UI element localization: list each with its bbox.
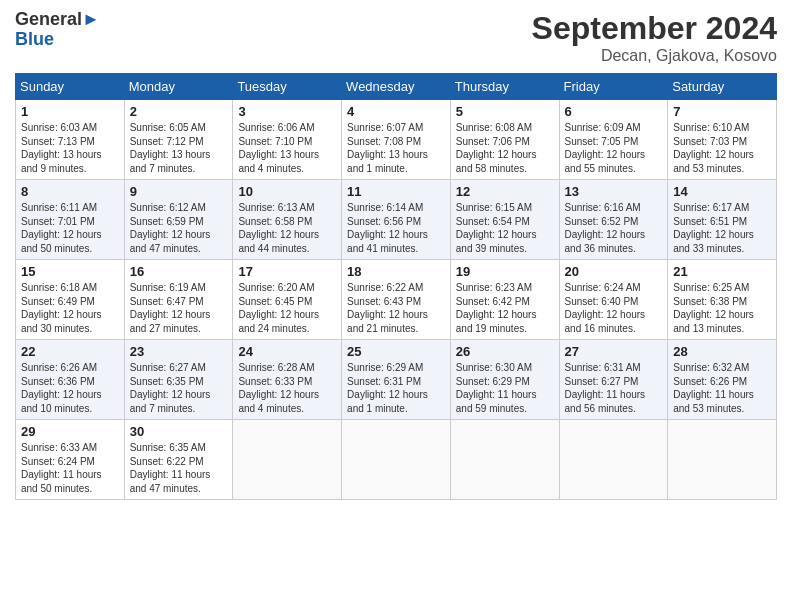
day-number: 9 [130,184,228,199]
table-row: 3Sunrise: 6:06 AMSunset: 7:10 PMDaylight… [233,100,342,180]
table-row [668,420,777,500]
table-row: 7Sunrise: 6:10 AMSunset: 7:03 PMDaylight… [668,100,777,180]
day-info: Sunrise: 6:29 AMSunset: 6:31 PMDaylight:… [347,361,445,415]
day-number: 27 [565,344,663,359]
table-row: 18Sunrise: 6:22 AMSunset: 6:43 PMDayligh… [342,260,451,340]
main-container: General► Blue September 2024 Decan, Gjak… [0,0,792,510]
day-info: Sunrise: 6:05 AMSunset: 7:12 PMDaylight:… [130,121,228,175]
header-wednesday: Wednesday [342,74,451,100]
table-row: 1Sunrise: 6:03 AMSunset: 7:13 PMDaylight… [16,100,125,180]
day-info: Sunrise: 6:15 AMSunset: 6:54 PMDaylight:… [456,201,554,255]
day-info: Sunrise: 6:03 AMSunset: 7:13 PMDaylight:… [21,121,119,175]
header-thursday: Thursday [450,74,559,100]
day-number: 17 [238,264,336,279]
day-info: Sunrise: 6:24 AMSunset: 6:40 PMDaylight:… [565,281,663,335]
table-row: 6Sunrise: 6:09 AMSunset: 7:05 PMDaylight… [559,100,668,180]
day-info: Sunrise: 6:06 AMSunset: 7:10 PMDaylight:… [238,121,336,175]
table-row [233,420,342,500]
day-number: 8 [21,184,119,199]
day-number: 4 [347,104,445,119]
day-number: 23 [130,344,228,359]
day-number: 11 [347,184,445,199]
table-row: 9Sunrise: 6:12 AMSunset: 6:59 PMDaylight… [124,180,233,260]
location-title: Decan, Gjakova, Kosovo [532,47,777,65]
day-number: 18 [347,264,445,279]
day-info: Sunrise: 6:26 AMSunset: 6:36 PMDaylight:… [21,361,119,415]
table-row [342,420,451,500]
table-row: 12Sunrise: 6:15 AMSunset: 6:54 PMDayligh… [450,180,559,260]
day-info: Sunrise: 6:19 AMSunset: 6:47 PMDaylight:… [130,281,228,335]
table-row: 5Sunrise: 6:08 AMSunset: 7:06 PMDaylight… [450,100,559,180]
table-row: 4Sunrise: 6:07 AMSunset: 7:08 PMDaylight… [342,100,451,180]
day-number: 13 [565,184,663,199]
header-sunday: Sunday [16,74,125,100]
header-tuesday: Tuesday [233,74,342,100]
table-row: 14Sunrise: 6:17 AMSunset: 6:51 PMDayligh… [668,180,777,260]
month-title: September 2024 [532,10,777,47]
table-row: 11Sunrise: 6:14 AMSunset: 6:56 PMDayligh… [342,180,451,260]
day-info: Sunrise: 6:09 AMSunset: 7:05 PMDaylight:… [565,121,663,175]
day-number: 21 [673,264,771,279]
table-row: 19Sunrise: 6:23 AMSunset: 6:42 PMDayligh… [450,260,559,340]
day-info: Sunrise: 6:13 AMSunset: 6:58 PMDaylight:… [238,201,336,255]
table-row: 23Sunrise: 6:27 AMSunset: 6:35 PMDayligh… [124,340,233,420]
day-number: 14 [673,184,771,199]
day-number: 24 [238,344,336,359]
day-info: Sunrise: 6:27 AMSunset: 6:35 PMDaylight:… [130,361,228,415]
day-number: 26 [456,344,554,359]
table-row [559,420,668,500]
day-info: Sunrise: 6:12 AMSunset: 6:59 PMDaylight:… [130,201,228,255]
table-row: 24Sunrise: 6:28 AMSunset: 6:33 PMDayligh… [233,340,342,420]
day-number: 1 [21,104,119,119]
day-info: Sunrise: 6:07 AMSunset: 7:08 PMDaylight:… [347,121,445,175]
table-row: 2Sunrise: 6:05 AMSunset: 7:12 PMDaylight… [124,100,233,180]
day-info: Sunrise: 6:14 AMSunset: 6:56 PMDaylight:… [347,201,445,255]
day-number: 25 [347,344,445,359]
table-row: 30Sunrise: 6:35 AMSunset: 6:22 PMDayligh… [124,420,233,500]
day-info: Sunrise: 6:31 AMSunset: 6:27 PMDaylight:… [565,361,663,415]
day-number: 10 [238,184,336,199]
table-row: 13Sunrise: 6:16 AMSunset: 6:52 PMDayligh… [559,180,668,260]
day-info: Sunrise: 6:28 AMSunset: 6:33 PMDaylight:… [238,361,336,415]
day-info: Sunrise: 6:08 AMSunset: 7:06 PMDaylight:… [456,121,554,175]
header-friday: Friday [559,74,668,100]
table-row: 15Sunrise: 6:18 AMSunset: 6:49 PMDayligh… [16,260,125,340]
header: General► Blue September 2024 Decan, Gjak… [15,10,777,65]
day-info: Sunrise: 6:11 AMSunset: 7:01 PMDaylight:… [21,201,119,255]
calendar-table: Sunday Monday Tuesday Wednesday Thursday… [15,73,777,500]
day-number: 12 [456,184,554,199]
table-row: 22Sunrise: 6:26 AMSunset: 6:36 PMDayligh… [16,340,125,420]
table-row: 28Sunrise: 6:32 AMSunset: 6:26 PMDayligh… [668,340,777,420]
logo: General► Blue [15,10,100,50]
day-number: 20 [565,264,663,279]
header-saturday: Saturday [668,74,777,100]
day-info: Sunrise: 6:25 AMSunset: 6:38 PMDaylight:… [673,281,771,335]
day-number: 19 [456,264,554,279]
day-number: 16 [130,264,228,279]
day-info: Sunrise: 6:22 AMSunset: 6:43 PMDaylight:… [347,281,445,335]
table-row: 16Sunrise: 6:19 AMSunset: 6:47 PMDayligh… [124,260,233,340]
day-info: Sunrise: 6:10 AMSunset: 7:03 PMDaylight:… [673,121,771,175]
day-info: Sunrise: 6:30 AMSunset: 6:29 PMDaylight:… [456,361,554,415]
day-number: 15 [21,264,119,279]
table-row: 25Sunrise: 6:29 AMSunset: 6:31 PMDayligh… [342,340,451,420]
day-info: Sunrise: 6:18 AMSunset: 6:49 PMDaylight:… [21,281,119,335]
day-number: 3 [238,104,336,119]
table-row: 20Sunrise: 6:24 AMSunset: 6:40 PMDayligh… [559,260,668,340]
day-number: 28 [673,344,771,359]
day-info: Sunrise: 6:16 AMSunset: 6:52 PMDaylight:… [565,201,663,255]
day-info: Sunrise: 6:20 AMSunset: 6:45 PMDaylight:… [238,281,336,335]
day-info: Sunrise: 6:35 AMSunset: 6:22 PMDaylight:… [130,441,228,495]
day-number: 30 [130,424,228,439]
table-row: 27Sunrise: 6:31 AMSunset: 6:27 PMDayligh… [559,340,668,420]
title-section: September 2024 Decan, Gjakova, Kosovo [532,10,777,65]
header-monday: Monday [124,74,233,100]
day-info: Sunrise: 6:33 AMSunset: 6:24 PMDaylight:… [21,441,119,495]
day-number: 22 [21,344,119,359]
day-info: Sunrise: 6:32 AMSunset: 6:26 PMDaylight:… [673,361,771,415]
day-info: Sunrise: 6:23 AMSunset: 6:42 PMDaylight:… [456,281,554,335]
table-row: 17Sunrise: 6:20 AMSunset: 6:45 PMDayligh… [233,260,342,340]
table-row: 8Sunrise: 6:11 AMSunset: 7:01 PMDaylight… [16,180,125,260]
day-number: 5 [456,104,554,119]
weekday-header-row: Sunday Monday Tuesday Wednesday Thursday… [16,74,777,100]
